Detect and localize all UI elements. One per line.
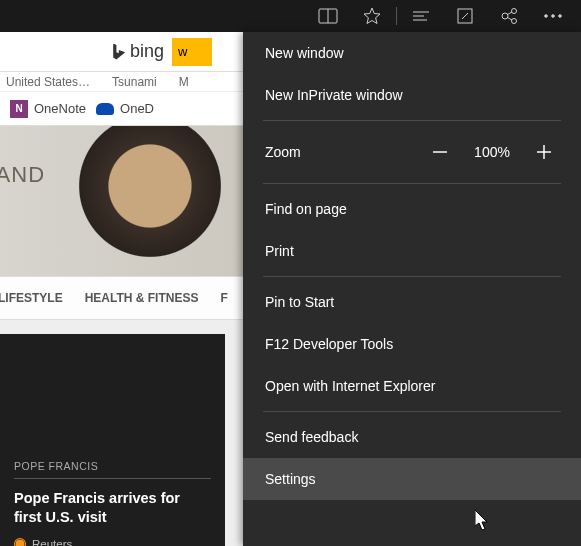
svg-line-11: [508, 12, 513, 15]
svg-marker-2: [364, 8, 380, 24]
svg-marker-19: [475, 510, 487, 530]
nav-health[interactable]: HEALTH & FITNESS: [85, 291, 199, 305]
onedrive-icon: [96, 103, 114, 115]
search-input[interactable]: [172, 38, 212, 66]
source-label: Reuters: [32, 538, 72, 546]
menu-zoom-row: Zoom 100%: [243, 125, 581, 179]
news-source: Reuters: [14, 538, 211, 546]
favorite-onedrive[interactable]: OneD: [96, 101, 154, 116]
more-icon[interactable]: [531, 0, 575, 32]
menu-divider: [263, 183, 561, 184]
svg-point-13: [545, 15, 548, 18]
trending-item[interactable]: M: [179, 75, 189, 89]
bing-logo[interactable]: bing: [110, 41, 164, 62]
menu-find[interactable]: Find on page: [243, 188, 581, 230]
menu-divider: [263, 411, 561, 412]
menu-pin[interactable]: Pin to Start: [243, 281, 581, 323]
menu-divider: [263, 120, 561, 121]
favorite-label: OneD: [120, 101, 154, 116]
news-title: Pope Francis arrives for first U.S. visi…: [14, 489, 211, 528]
webnote-icon[interactable]: [443, 0, 487, 32]
hero-headline: TY AND: [0, 162, 45, 188]
zoom-value: 100%: [471, 144, 513, 160]
menu-settings[interactable]: Settings: [243, 458, 581, 500]
nav-more[interactable]: F: [220, 291, 227, 305]
svg-line-7: [462, 13, 468, 19]
svg-point-8: [502, 13, 508, 19]
trending-item[interactable]: Tsunami: [112, 75, 157, 89]
menu-new-window[interactable]: New window: [243, 32, 581, 74]
titlebar: [0, 0, 581, 32]
svg-point-10: [512, 19, 517, 24]
news-tag: POPE FRANCIS: [14, 460, 211, 472]
separator: [396, 7, 397, 25]
svg-point-14: [552, 15, 555, 18]
zoom-out-button[interactable]: [423, 135, 457, 169]
menu-open-ie[interactable]: Open with Internet Explorer: [243, 365, 581, 407]
favorites-star-icon[interactable]: [350, 0, 394, 32]
more-menu: New window New InPrivate window Zoom 100…: [243, 32, 581, 546]
bing-icon: [110, 44, 126, 60]
divider: [14, 478, 211, 479]
menu-print[interactable]: Print: [243, 230, 581, 272]
favorite-onenote[interactable]: N OneNote: [10, 100, 86, 118]
menu-feedback[interactable]: Send feedback: [243, 416, 581, 458]
favorite-label: OneNote: [34, 101, 86, 116]
news-card[interactable]: POPE FRANCIS Pope Francis arrives for fi…: [0, 334, 225, 546]
hero-image: [75, 126, 225, 276]
menu-devtools[interactable]: F12 Developer Tools: [243, 323, 581, 365]
hub-icon[interactable]: [399, 0, 443, 32]
trending-item[interactable]: United States…: [6, 75, 90, 89]
zoom-in-button[interactable]: [527, 135, 561, 169]
reading-view-icon[interactable]: [306, 0, 350, 32]
cursor-icon: [475, 510, 491, 532]
nav-lifestyle[interactable]: LIFESTYLE: [0, 291, 63, 305]
svg-point-15: [559, 15, 562, 18]
onenote-icon: N: [10, 100, 28, 118]
menu-new-inprivate[interactable]: New InPrivate window: [243, 74, 581, 116]
bing-label: bing: [130, 41, 164, 62]
svg-point-9: [512, 9, 517, 14]
svg-line-12: [508, 18, 513, 21]
reuters-icon: [14, 538, 26, 546]
zoom-label: Zoom: [265, 144, 301, 160]
share-icon[interactable]: [487, 0, 531, 32]
menu-divider: [263, 276, 561, 277]
